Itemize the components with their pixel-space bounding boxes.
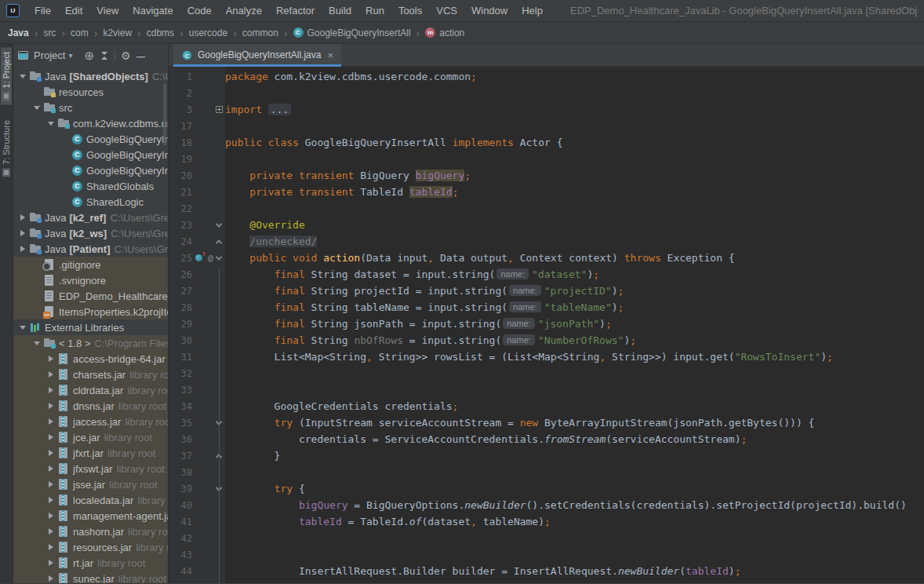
tree-item-localedata-jar[interactable]: localedata.jarlibrary root	[13, 492, 168, 508]
code-line-43[interactable]: 43	[169, 546, 924, 563]
code-line-24[interactable]: 24 /unchecked/	[169, 233, 924, 250]
menu-code[interactable]: Code	[180, 2, 219, 20]
collapse-all-button[interactable]	[100, 51, 109, 60]
code-line-19[interactable]: 19	[169, 151, 924, 167]
tree-item-java-k2-ws[interactable]: Java[k2_ws]C:\Users\Grego	[13, 225, 168, 241]
chevron-collapsed-icon[interactable]	[45, 560, 57, 566]
chevron-collapsed-icon[interactable]	[45, 497, 57, 503]
code-line-34[interactable]: 34 GoogleCredentials credentials;	[169, 398, 924, 414]
tree-item-svnignore[interactable]: .svnignore	[13, 272, 168, 288]
code-line-17[interactable]: 17	[169, 118, 924, 134]
tree-item-dnsns-jar[interactable]: dnsns.jarlibrary root	[13, 398, 168, 414]
code-line-44[interactable]: 44 InsertAllRequest.Builder builder = In…	[169, 563, 924, 579]
tree-item-itemsproperties-k2projitems-xml[interactable]: ItemsProperties.k2projItems.xml	[13, 304, 168, 319]
tree-item-jaccess-jar[interactable]: jaccess.jarlibrary root	[13, 414, 168, 429]
code-line-27[interactable]: 27 final String projectId = input.string…	[169, 283, 924, 299]
code-line-38[interactable]: 38	[169, 464, 924, 480]
tree-item-sharedlogic[interactable]: SharedLogic	[13, 194, 168, 210]
tree-item-jfxrt-jar[interactable]: jfxrt.jarlibrary root	[13, 445, 168, 461]
code-line-32[interactable]: 32	[169, 365, 924, 381]
tree-scrollbar[interactable]	[163, 83, 166, 146]
tree-item-gitignore[interactable]: .gitignore	[13, 257, 168, 272]
code-line-30[interactable]: 30 final String nbOfRows = input.string(…	[169, 332, 924, 349]
stripe-project-button[interactable]: 1: Project	[1, 47, 12, 104]
code-line-41[interactable]: 41 tableId = TableId.of(dataset, tableNa…	[169, 513, 924, 530]
menu-build[interactable]: Build	[322, 2, 358, 20]
breadcrumb-usercode[interactable]: usercode	[189, 27, 227, 38]
chevron-collapsed-icon[interactable]	[45, 387, 57, 393]
menu-edit[interactable]: Edit	[58, 2, 89, 20]
code-line-18[interactable]: 18public class GoogleBigQueryInsertAll i…	[169, 134, 924, 151]
fold-plus-icon[interactable]	[216, 106, 223, 113]
chevron-collapsed-icon[interactable]	[45, 356, 57, 362]
chevron-collapsed-icon[interactable]	[16, 230, 29, 236]
project-view-selector[interactable]: Project	[34, 49, 65, 61]
menu-view[interactable]: View	[89, 2, 126, 20]
menu-window[interactable]: Window	[464, 2, 515, 20]
chevron-collapsed-icon[interactable]	[16, 246, 29, 252]
chevron-expanded-icon[interactable]	[31, 103, 43, 113]
chevron-collapsed-icon[interactable]	[45, 465, 57, 472]
chevron-collapsed-icon[interactable]	[45, 450, 57, 456]
settings-gear-button[interactable]	[121, 49, 131, 62]
code-line-26[interactable]: 26 final String dataset = input.string(n…	[169, 266, 924, 283]
code-line-39[interactable]: 39 try {	[169, 480, 924, 497]
tree-item-rt-jar[interactable]: rt.jarlibrary root	[13, 555, 168, 571]
menu-vcs[interactable]: VCS	[429, 2, 464, 20]
chevron-collapsed-icon[interactable]	[45, 434, 57, 440]
chevron-collapsed-icon[interactable]	[45, 575, 57, 582]
breadcrumb-cdbms[interactable]: cdbms	[147, 27, 174, 38]
close-tab-icon[interactable]	[327, 49, 333, 61]
menu-refactor[interactable]: Refactor	[269, 2, 322, 20]
app-logo-icon[interactable]: IJ	[6, 4, 20, 17]
code-line-25[interactable]: 25@ public void action(Data input, Data …	[169, 250, 924, 266]
tree-item-nashorn-jar[interactable]: nashorn.jarlibrary root	[13, 524, 168, 539]
chevron-collapsed-icon[interactable]	[16, 214, 29, 221]
fold-down-icon[interactable]	[216, 221, 222, 227]
code-line-36[interactable]: 36 credentials = ServiceAccountCredentia…	[169, 431, 924, 447]
tree-item-java-patient[interactable]: Java[Patient]C:\Users\Greg	[13, 241, 168, 257]
chevron-collapsed-icon[interactable]	[45, 528, 57, 535]
tree-item-resources-jar[interactable]: resources.jarlibrary root	[13, 539, 168, 555]
fold-down-icon[interactable]	[216, 254, 222, 260]
tree-item-resources[interactable]: resources	[13, 84, 168, 100]
hide-panel-button[interactable]	[136, 49, 145, 62]
chevron-expanded-icon[interactable]	[16, 323, 29, 333]
menu-run[interactable]: Run	[358, 2, 391, 20]
tree-item-googlebigqueryinsertrow[interactable]: GoogleBigQueryInsertRow	[13, 147, 168, 162]
chevron-expanded-icon[interactable]	[45, 119, 57, 129]
menu-tools[interactable]: Tools	[391, 2, 429, 20]
tree-item-jfxswt-jar[interactable]: jfxswt.jarlibrary root	[13, 461, 168, 476]
code-line-22[interactable]: 22	[169, 200, 924, 217]
fold-up-icon[interactable]	[216, 239, 222, 246]
code-line-21[interactable]: 21 private transient TableId tableId;	[169, 184, 924, 200]
code-line-20[interactable]: 20 private transient BigQuery bigQuery;	[169, 167, 924, 184]
menu-file[interactable]: File	[27, 2, 58, 20]
code-line-35[interactable]: 35 try (InputStream serviceAccountStream…	[169, 414, 924, 431]
chevron-collapsed-icon[interactable]	[45, 371, 57, 378]
tree-item-java-k2-ref[interactable]: Java[k2_ref]C:\Users\Grego	[13, 210, 168, 225]
breadcrumb-common[interactable]: common	[242, 27, 278, 38]
code-line-1[interactable]: 1package com.k2view.cdbms.usercode.commo…	[169, 68, 924, 85]
tree-item-external-libraries[interactable]: External Libraries	[13, 319, 168, 335]
breadcrumb-src[interactable]: src	[43, 27, 56, 38]
chevron-collapsed-icon[interactable]	[45, 481, 57, 487]
tree-item-jsse-jar[interactable]: jsse.jarlibrary root	[13, 476, 168, 492]
tree-item-sunec-jar[interactable]: sunec.jarlibrary root	[13, 571, 168, 583]
tree-item-1-8[interactable]: < 1.8 >C:\Program Files\	[13, 335, 168, 351]
code-line-23[interactable]: 23 @Override	[169, 217, 924, 233]
code-line-33[interactable]: 33	[169, 381, 924, 398]
tree-item-com-k2view-cdbms-usercode[interactable]: com.k2view.cdbms.usercode	[13, 115, 168, 131]
chevron-collapsed-icon[interactable]	[45, 418, 57, 425]
tree-item-googlebigqueryinserttable[interactable]: GoogleBigQueryInsertTable	[13, 162, 168, 178]
tree-item-java-sharedobjects[interactable]: Java[SharedObjects]C:\Users\Greg	[13, 68, 168, 84]
breadcrumb-com[interactable]: com	[71, 27, 89, 38]
code-line-3[interactable]: 3import ...	[169, 101, 924, 118]
tree-item-googlebigqueryinsertall[interactable]: GoogleBigQueryInsertAll	[13, 131, 168, 147]
tab-googlebigqueryinsertall-java[interactable]: GoogleBigQueryInsertAll.java	[173, 44, 341, 66]
overriding-method-icon[interactable]	[195, 254, 202, 261]
menu-navigate[interactable]: Navigate	[126, 2, 180, 20]
code-line-42[interactable]: 42	[169, 530, 924, 546]
chevron-expanded-icon[interactable]	[16, 71, 29, 82]
chevron-collapsed-icon[interactable]	[45, 513, 57, 519]
